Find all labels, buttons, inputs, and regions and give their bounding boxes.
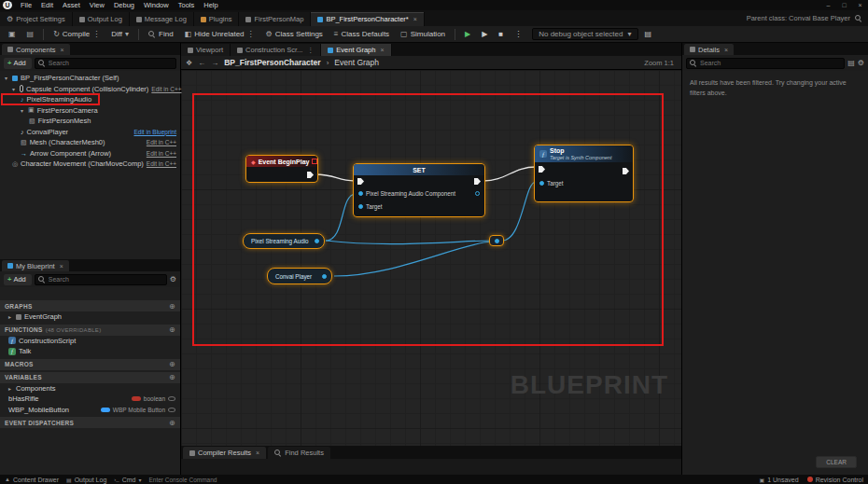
edit-in-cpp-link[interactable]: Edit in C++ — [151, 86, 181, 92]
components-category-row[interactable]: ▸ Components — [0, 383, 180, 394]
exec-out-pin[interactable] — [474, 178, 481, 185]
expander-icon[interactable]: ▸ — [8, 313, 13, 320]
graphs-section-header[interactable]: GRAPHS ⊕ — [0, 300, 180, 311]
output-log-button[interactable]: ▤ Output Log — [66, 477, 106, 483]
tree-row-arrow[interactable]: → Arrow Component (Arrow) Edit in C++ — [0, 148, 180, 159]
add-variable-icon[interactable]: ⊕ — [169, 373, 175, 381]
visibility-eye-icon[interactable] — [168, 408, 175, 412]
play-button[interactable]: ▶ — [460, 28, 475, 40]
hide-unrelated-button[interactable]: ◧ Hide Unrelated ⋮ — [180, 28, 259, 40]
output-pin-icon[interactable] — [322, 274, 327, 279]
revision-control-button[interactable]: Revision Control — [807, 477, 863, 483]
target-pin-icon[interactable] — [358, 204, 363, 209]
console-command-input[interactable] — [148, 477, 751, 483]
kebab-icon[interactable]: ⋮ — [92, 30, 100, 38]
tab-plugins[interactable]: Plugins — [194, 12, 240, 26]
debug-filter-icon[interactable]: ▤ — [640, 28, 657, 40]
tree-row-convaiplayer[interactable]: ♪ ConvaiPlayer Edit in Blueprint — [0, 127, 180, 138]
edit-in-cpp-link[interactable]: Edit in C++ — [147, 139, 176, 145]
maximize-icon[interactable]: □ — [836, 0, 852, 10]
exec-in-pin[interactable] — [539, 166, 545, 173]
exec-out-pin[interactable] — [623, 168, 629, 174]
menu-help[interactable]: Help — [199, 0, 222, 10]
search-icon[interactable] — [855, 15, 862, 22]
tab-output-log[interactable]: Output Log — [73, 12, 130, 26]
node-stop[interactable]: f Stop Target is Synth Component Target — [534, 145, 634, 202]
add-function-icon[interactable]: ⊕ — [169, 325, 175, 334]
class-defaults-button[interactable]: ≡ Class Defaults — [329, 28, 394, 40]
clear-button[interactable]: CLEAR — [816, 456, 857, 468]
compile-button[interactable]: ↻ Compile ⋮ — [49, 28, 105, 40]
tab-event-graph[interactable]: Event Graph × — [321, 44, 391, 56]
kebab-icon[interactable]: ⋮ — [247, 30, 255, 38]
expander-icon[interactable]: ▾ — [21, 107, 25, 114]
tab-close-icon[interactable]: × — [256, 449, 259, 456]
tab-message-log[interactable]: Message Log — [130, 12, 194, 26]
forward-icon[interactable]: → — [211, 59, 218, 67]
constructionscript-row[interactable]: f ConstructionScript — [0, 336, 180, 347]
edit-in-cpp-link[interactable]: Edit in C++ — [147, 160, 176, 167]
content-drawer-button[interactable]: ▲ Content Drawer — [5, 477, 59, 483]
tree-row-firstpersonmesh[interactable]: ▧ FirstPersonMesh — [0, 116, 180, 127]
menu-debug[interactable]: Debug — [109, 0, 139, 10]
kebab-icon[interactable]: ⋮ — [307, 47, 314, 54]
class-settings-button[interactable]: ⚙ Class Settings — [261, 28, 328, 40]
add-macro-icon[interactable]: ⊕ — [169, 360, 175, 368]
variables-section-header[interactable]: VARIABLES ⊕ — [0, 372, 180, 383]
unsaved-button[interactable]: ▣ 1 Unsaved — [760, 477, 799, 483]
tree-row-self[interactable]: ▾ BP_FirstPersonCharacter (Self) — [0, 73, 180, 84]
tab-find-results[interactable]: Find Results — [268, 447, 330, 459]
minimize-icon[interactable]: – — [820, 0, 836, 10]
node-set-pixel-streaming-audio-component[interactable]: SET Pixel Streaming Audio Component Targ… — [353, 163, 485, 217]
debug-object-dropdown[interactable]: No debug object selected ▾ — [532, 28, 637, 40]
tab-construction-script[interactable]: Construction Scr... ⋮ — [231, 44, 321, 56]
expander-icon[interactable]: ▾ — [5, 75, 9, 81]
expander-icon[interactable]: ▾ — [12, 86, 17, 92]
breadcrumb-current[interactable]: Event Graph — [334, 58, 379, 67]
event-dispatchers-section-header[interactable]: EVENT DISPATCHERS ⊕ — [0, 417, 180, 428]
browse-button[interactable]: ▤ — [22, 28, 39, 40]
variable-row-wbp-mobilebutton[interactable]: WBP_MobileButton WBP Mobile Button — [0, 405, 180, 416]
eventgraph-row[interactable]: ▸ EventGraph — [0, 311, 180, 323]
menu-window[interactable]: Window — [139, 0, 174, 10]
settings-gear-icon[interactable]: ⚙ — [170, 275, 176, 283]
tab-viewport[interactable]: Viewport — [181, 44, 231, 56]
tab-my-blueprint[interactable]: My Blueprint × — [2, 260, 69, 271]
exec-in-pin[interactable] — [357, 178, 364, 185]
stop-button[interactable]: ■ — [494, 28, 508, 40]
tab-compiler-results[interactable]: Compiler Results × — [183, 447, 266, 459]
menu-tools[interactable]: Tools — [174, 0, 200, 10]
tab-close-icon[interactable]: × — [61, 47, 64, 53]
tab-close-icon[interactable]: × — [60, 263, 63, 270]
reroute-node[interactable] — [489, 235, 504, 246]
talk-row[interactable]: f Talk — [0, 346, 180, 357]
visibility-eye-icon[interactable] — [168, 396, 175, 401]
back-icon[interactable]: ← — [198, 59, 205, 67]
graph-list-icon[interactable]: ❖ — [186, 59, 192, 67]
my-blueprint-search-input[interactable] — [49, 276, 163, 283]
tree-row-capsule[interactable]: ▾ Capsule Component (CollisionCylinder) … — [0, 84, 180, 95]
tab-close-icon[interactable]: × — [724, 47, 728, 53]
output-pin-icon[interactable] — [315, 239, 319, 243]
tab-project-settings[interactable]: ⚙ Project Settings — [0, 12, 73, 26]
tab-details[interactable]: Details × — [684, 44, 734, 55]
tree-row-pixelstreamingaudio[interactable]: ♪ PixelStreamingAudio — [0, 94, 180, 105]
tab-firstpersonmap[interactable]: FirstPersonMap — [239, 12, 311, 26]
macros-section-header[interactable]: MACROS ⊕ — [0, 359, 180, 370]
add-graph-icon[interactable]: ⊕ — [169, 302, 175, 311]
exec-out-pin[interactable] — [307, 172, 314, 178]
simulation-button[interactable]: ▢ Simulation — [396, 28, 450, 40]
filter-icon[interactable]: ▤ — [847, 59, 855, 67]
menu-edit[interactable]: Edit — [36, 0, 58, 10]
find-button[interactable]: Find — [144, 28, 178, 40]
tree-row-firstpersoncamera[interactable]: ▾ ▣ FirstPersonCamera — [0, 105, 180, 117]
tab-bp-firstpersoncharacter[interactable]: BP_FirstPersonCharacter* × — [311, 12, 424, 26]
frame-skip-button[interactable]: ▶ — [477, 28, 492, 40]
variable-row-bhasrifle[interactable]: bHasRifle boolean — [0, 394, 180, 405]
add-component-button[interactable]: + Add — [4, 58, 32, 69]
breadcrumb-root[interactable]: BP_FirstPersonCharacter — [224, 58, 320, 67]
target-pin-icon[interactable] — [539, 181, 544, 186]
tab-components[interactable]: Components × — [2, 44, 70, 55]
add-dispatcher-icon[interactable]: ⊕ — [169, 419, 175, 427]
reroute-pin-icon[interactable] — [495, 239, 499, 243]
